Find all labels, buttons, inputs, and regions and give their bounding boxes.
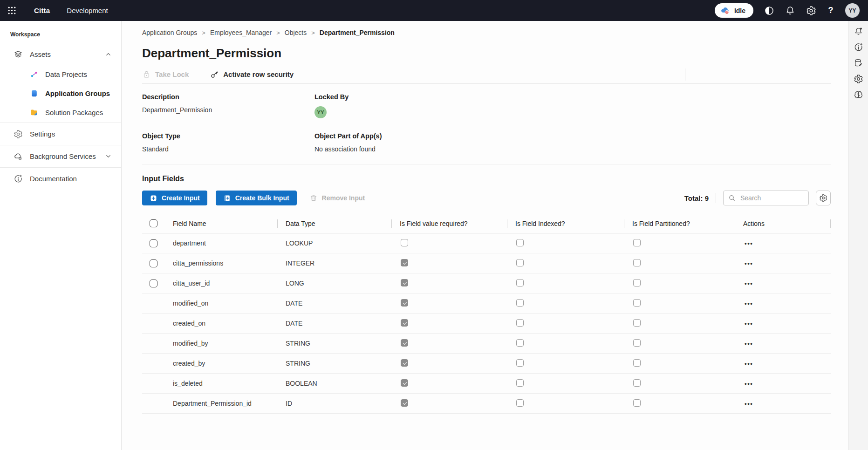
settings-gear-icon[interactable] [806,6,816,16]
locked-by-avatar[interactable]: YY [314,106,327,118]
create-input-button[interactable]: Create Input [142,191,207,205]
field-name-cell: citta_user_id [164,280,277,287]
partitioned-cell [624,359,735,368]
settings-gear-icon[interactable] [854,74,863,84]
data-model-icon[interactable] [854,58,863,68]
remove-input-label: Remove Input [322,194,365,202]
sidebar-item-assets[interactable]: Assets [0,44,121,65]
row-select-checkbox[interactable] [150,280,157,287]
breadcrumb-objects[interactable]: Objects [285,29,307,36]
cloud-status-icon [720,6,730,15]
description-label: Description [142,93,314,101]
ai-assistant-icon[interactable] [854,90,863,100]
row-actions-button[interactable]: ••• [735,300,831,307]
select-all-checkbox[interactable] [150,219,157,227]
sidebar-item-settings[interactable]: Settings [0,123,121,144]
field-required-checkbox [401,319,408,327]
toolbar-divider [685,68,685,81]
table-body: departmentLOOKUP•••citta_permissionsINTE… [142,233,831,414]
sidebar-item-data-projects[interactable]: Data Projects [0,65,121,84]
field-required-checkbox [401,339,408,347]
row-actions-button[interactable]: ••• [735,340,831,347]
data-type-cell: ID [277,400,391,407]
row-actions-button[interactable]: ••• [735,260,831,267]
field-name-cell: Department_Permission_id [164,400,277,407]
field-partitioned-checkbox[interactable] [633,239,641,246]
row-select-checkbox[interactable] [150,259,157,267]
field-name-cell: modified_by [164,340,277,347]
row-actions-button[interactable]: ••• [735,380,831,387]
create-bulk-input-button[interactable]: Create Bulk Input [216,191,297,205]
sidebar-item-background-services[interactable]: Background Services [0,146,121,167]
data-type-cell: STRING [277,340,391,347]
table-row: created_bySTRING••• [142,354,831,374]
field-indexed-checkbox[interactable] [516,379,524,387]
breadcrumb-employees-manager[interactable]: Employees_Manager [210,29,272,36]
input-fields-heading: Input Fields [142,175,831,183]
sidebar-item-documentation[interactable]: Documentation [0,168,121,189]
field-name-cell: department [164,239,277,247]
page-title: Department_Permission [142,46,831,61]
field-partitioned-checkbox[interactable] [633,359,641,367]
table-settings-button[interactable] [816,191,831,205]
field-indexed-checkbox[interactable] [516,259,524,266]
notification-bell-icon[interactable] [854,27,863,36]
field-partitioned-checkbox[interactable] [633,339,641,347]
sidebar-item-label: Assets [30,50,51,58]
user-avatar[interactable]: YY [845,3,860,18]
app-grid-icon[interactable] [7,5,17,16]
indexed-cell [507,239,624,248]
description-field: Description Department_Permission [142,93,314,118]
field-partitioned-checkbox[interactable] [633,299,641,307]
field-partitioned-checkbox[interactable] [633,399,641,407]
field-indexed-checkbox[interactable] [516,399,524,407]
field-indexed-checkbox[interactable] [516,359,524,367]
documentation-info-icon[interactable] [854,42,863,52]
field-indexed-checkbox[interactable] [516,299,524,307]
required-cell [391,279,507,288]
theme-contrast-icon[interactable] [764,6,774,16]
row-actions-button[interactable]: ••• [735,280,831,287]
help-icon[interactable]: ? [827,6,834,15]
field-partitioned-checkbox[interactable] [633,379,641,387]
data-type-cell: LOOKUP [277,239,391,247]
row-select-checkbox[interactable] [150,239,157,247]
search-input[interactable] [739,194,804,202]
status-badge[interactable]: Idle [715,3,753,18]
sidebar-item-solution-packages[interactable]: Solution Packages [0,103,121,122]
field-partitioned-checkbox[interactable] [633,319,641,327]
sidebar-divider [0,145,121,145]
row-actions-button[interactable]: ••• [735,240,831,247]
brand-logo[interactable]: Citta [34,7,50,14]
field-indexed-checkbox[interactable] [516,319,524,327]
sidebar-item-application-groups[interactable]: Application Groups [0,84,121,103]
activate-row-security-button[interactable]: Activate row security [210,70,294,79]
required-cell [391,359,507,368]
take-lock-button[interactable]: Take Lock [142,70,189,79]
column-header-required: Is Field value required? [391,220,507,227]
field-required-checkbox[interactable] [401,239,408,246]
column-header-indexed: Is Field Indexed? [507,220,624,227]
object-part-field: Object Part of App(s) No association fou… [314,132,831,153]
row-actions-button[interactable]: ••• [735,320,831,327]
nav-item-development[interactable]: Development [67,7,108,14]
field-indexed-checkbox[interactable] [516,339,524,347]
plus-square-icon [150,194,157,202]
field-indexed-checkbox[interactable] [516,279,524,286]
activate-row-security-label: Activate row security [223,70,294,78]
column-header-data-type: Data Type [277,220,391,227]
notifications-bell-icon[interactable] [785,6,795,16]
field-partitioned-checkbox[interactable] [633,259,641,266]
breadcrumb-current: Department_Permission [320,29,395,36]
row-actions-button[interactable]: ••• [735,360,831,367]
table-row: departmentLOOKUP••• [142,233,831,253]
data-type-cell: BOOLEAN [277,380,391,387]
breadcrumb-application-groups[interactable]: Application Groups [142,29,197,36]
input-fields-controls: Create Input Create Bulk Input Remove In… [142,191,831,205]
field-indexed-checkbox[interactable] [516,239,524,246]
input-fields-table: Field Name Data Type Is Field value requ… [142,214,831,414]
remove-input-button[interactable]: Remove Input [309,194,365,202]
row-actions-button[interactable]: ••• [735,400,831,407]
field-partitioned-checkbox[interactable] [633,279,641,286]
main-content: Application Groups > Employees_Manager >… [122,21,848,450]
